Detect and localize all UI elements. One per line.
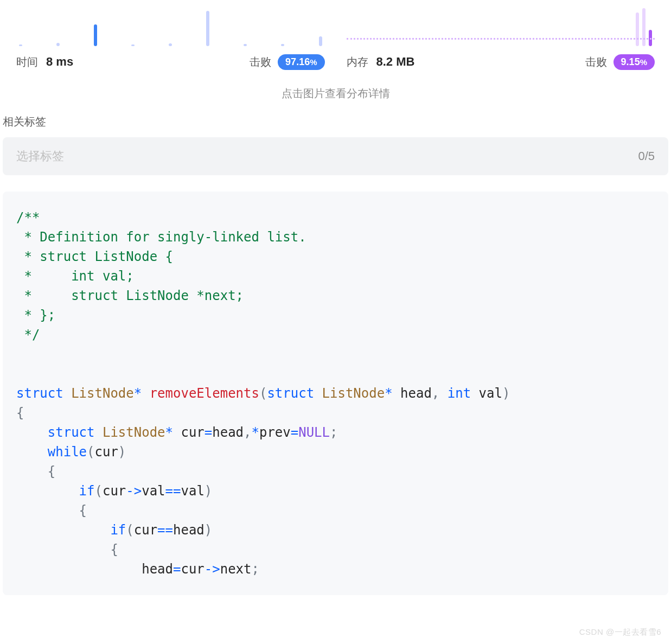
comment: * int val; [16,269,134,284]
member: val [142,483,165,499]
memory-chart[interactable] [347,5,655,46]
fn: removeElements [150,386,259,401]
runtime-bars [16,5,325,46]
var: cur [95,444,118,460]
comment: * struct ListNode *next; [16,288,244,303]
param: val [479,386,502,401]
bar [131,44,135,46]
op: -> [205,562,220,577]
time-beats-badge: 97.16% [278,54,324,70]
punc: ) [205,522,212,538]
type: ListNode [322,386,385,401]
punc: ; [330,425,337,440]
punc: ( [95,483,103,499]
op: = [205,425,212,440]
stat-time-left: 时间 8 ms [16,55,73,69]
punc: { [79,503,87,518]
punc: ( [259,386,267,401]
tag-count: 0/5 [638,149,655,163]
punc: ) [205,483,212,499]
memory-beats-badge: 9.15% [614,54,655,70]
op: * [252,425,259,440]
bar [319,36,322,46]
stat-memory-right: 击败 9.15% [585,54,655,70]
comment: * struct ListNode { [16,249,173,264]
kw: struct [48,425,95,440]
runtime-chart[interactable] [16,5,325,46]
comment: /** [16,210,40,225]
bar [636,12,639,46]
stat-memory: 内存 8.2 MB 击败 9.15% [347,54,655,70]
memory-value: 8.2 MB [376,55,415,69]
punc: ( [87,444,94,460]
comment: * Definition for singly-linked list. [16,229,306,245]
punc: ) [502,386,510,401]
param: head [400,386,432,401]
var: cur [181,562,204,577]
beats-label: 击败 [250,55,271,69]
memory-bars [347,5,655,46]
beats-label: 击败 [585,55,607,69]
bar-highlight [94,24,97,46]
op: * [165,425,173,440]
kw: struct [16,386,63,401]
punc: , [244,425,251,440]
bar [56,43,60,46]
punc: ) [118,444,126,460]
punc: { [48,464,55,479]
bar [244,44,247,46]
bar [642,8,646,46]
op: = [291,425,298,440]
kw: while [48,444,87,460]
op: == [165,483,181,499]
punc: ( [126,522,133,538]
time-label: 时间 [16,55,38,69]
tags-section-label: 相关标签 [0,114,671,137]
memory-baseline [347,38,655,40]
stat-time: 时间 8 ms 击败 97.16% [16,54,325,70]
var: cur [134,522,157,538]
bar [281,44,284,46]
pct-suffix: % [310,58,317,67]
stat-time-right: 击败 97.16% [250,54,324,70]
var: head [173,522,205,538]
kw: if [110,522,126,538]
op: * [134,386,142,401]
var: val [181,483,204,499]
type: ListNode [103,425,165,440]
kw: struct [267,386,314,401]
bar [19,44,22,46]
chart-hint: 点击图片查看分布详情 [0,70,671,114]
op: = [173,562,181,577]
code-block: /** * Definition for singly-linked list.… [3,192,668,595]
time-beats-pct: 97.16 [285,56,310,67]
op: == [157,522,173,538]
member: next [220,562,252,577]
kw: int [448,386,471,401]
punc: { [110,542,118,557]
tag-input[interactable]: 选择标签 0/5 [3,137,668,175]
const: NULL [298,425,330,440]
punc: ; [252,562,259,577]
bar [206,11,209,46]
pct-suffix: % [640,58,647,67]
var: head [212,425,244,440]
memory-beats-pct: 9.15 [621,56,640,67]
time-value: 8 ms [46,55,73,69]
memory-label: 内存 [347,55,368,69]
charts-row [0,0,671,46]
var: prev [259,425,291,440]
tag-placeholder: 选择标签 [16,148,64,164]
stat-memory-left: 内存 8.2 MB [347,55,415,69]
op: * [385,386,392,401]
kw: if [79,483,95,499]
comment: */ [16,327,40,342]
var: head [142,562,173,577]
var: cur [181,425,204,440]
op: -> [126,483,142,499]
var: cur [103,483,126,499]
type: ListNode [71,386,134,401]
comment: * }; [16,308,55,323]
stats-row: 时间 8 ms 击败 97.16% 内存 8.2 MB 击败 9.15% [0,46,671,70]
bar [169,43,172,46]
